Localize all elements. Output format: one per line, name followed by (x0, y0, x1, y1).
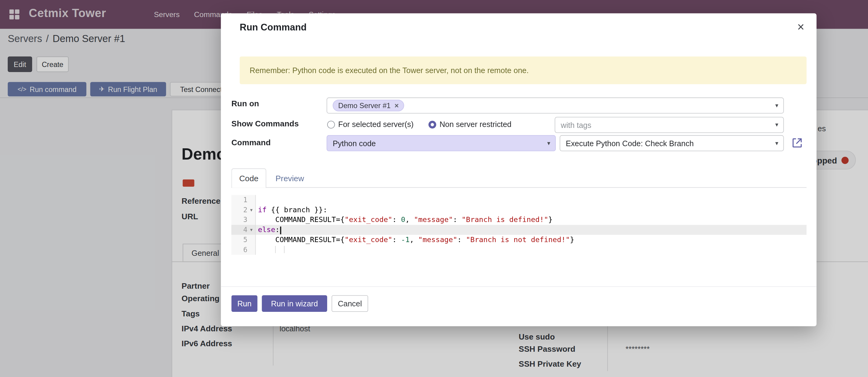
line-number-gutter: 4▾ (231, 225, 256, 235)
tab-bar-border (231, 187, 807, 188)
run-in-wizard-button[interactable]: Run in wizard (262, 295, 327, 312)
line-number-gutter: 3 (231, 215, 256, 225)
modal-title: Run Command (240, 22, 307, 33)
code-line[interactable]: 4▾else: (231, 225, 807, 235)
warning-alert: Remember: Python code is executed on the… (240, 57, 807, 84)
code-line[interactable]: 2▾if {{ branch }}: (231, 205, 807, 215)
command-select[interactable]: Execute Python Code: Check Branch ▾ (560, 135, 784, 151)
run-command-modal: Run Command × Remember: Python code is e… (221, 13, 816, 326)
command-label: Command (231, 138, 271, 147)
cancel-button[interactable]: Cancel (332, 295, 368, 312)
code-editor[interactable]: 12▾if {{ branch }}:3 COMMAND_RESULT={"ex… (231, 195, 807, 255)
fold-arrow-icon[interactable]: ▾ (247, 205, 255, 215)
indent-guide (275, 246, 276, 253)
radio-non-server-restricted-label[interactable]: Non server restricted (439, 120, 511, 128)
command-value: Execute Python Code: Check Branch (566, 139, 693, 148)
with-tags-placeholder: with tags (561, 121, 591, 129)
run-on-label: Run on (231, 99, 259, 108)
fold-arrow-icon[interactable]: ▾ (247, 225, 255, 235)
radio-non-server-restricted[interactable] (429, 121, 436, 128)
line-number-gutter: 1 (231, 195, 256, 205)
code-line[interactable]: 5 COMMAND_RESULT={"exit_code": -1, "mess… (231, 235, 807, 245)
run-on-select[interactable]: Demo Server #1 × ▾ (327, 97, 784, 114)
indent-guide (284, 246, 285, 253)
server-tag: Demo Server #1 × (333, 99, 404, 111)
tag-remove-icon[interactable]: × (395, 102, 399, 109)
server-tag-label: Demo Server #1 (338, 102, 391, 110)
radio-for-selected-servers-label[interactable]: For selected server(s) (338, 120, 413, 128)
warning-alert-text: Remember: Python code is executed on the… (250, 66, 529, 75)
tab-code[interactable]: Code (231, 168, 266, 188)
code-line[interactable]: 3 COMMAND_RESULT={"exit_code": 0, "messa… (231, 215, 807, 225)
command-type-value: Python code (333, 139, 376, 148)
code-line[interactable]: 6 (231, 245, 807, 255)
external-link-icon[interactable] (791, 137, 803, 149)
run-button[interactable]: Run (231, 295, 257, 312)
with-tags-select[interactable]: with tags ▾ (555, 117, 784, 133)
command-type-select[interactable]: Python code ▾ (327, 135, 556, 151)
show-commands-label: Show Commands (231, 119, 299, 128)
chevron-down-icon: ▾ (775, 121, 778, 128)
modal-footer-border (221, 286, 816, 287)
radio-for-selected-servers[interactable] (327, 121, 335, 128)
close-icon[interactable]: × (795, 19, 807, 36)
chevron-down-icon: ▾ (775, 139, 778, 146)
tab-preview-label: Preview (275, 174, 304, 182)
code-line[interactable]: 1 (231, 195, 807, 205)
tab-preview[interactable]: Preview (269, 168, 310, 188)
line-number-gutter: 5 (231, 235, 256, 245)
line-number-gutter: 2▾ (231, 205, 256, 215)
tab-code-label: Code (239, 174, 258, 183)
chevron-down-icon: ▾ (775, 102, 778, 109)
line-number-gutter: 6 (231, 245, 256, 255)
chevron-down-icon: ▾ (547, 139, 550, 146)
text-cursor (280, 226, 281, 234)
